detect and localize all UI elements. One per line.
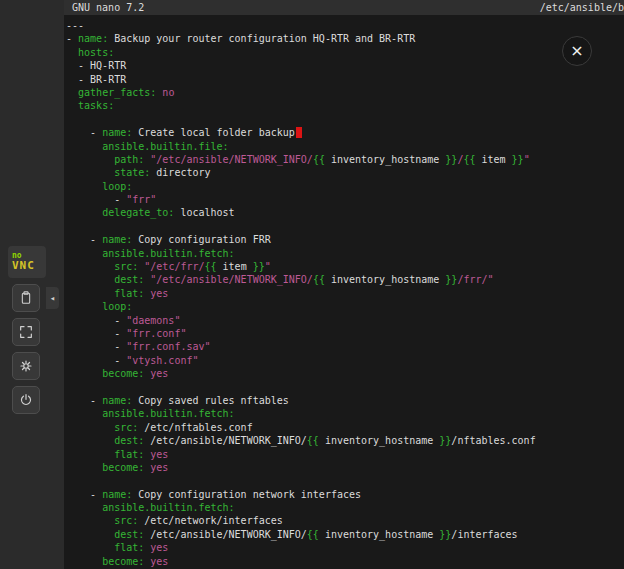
- code-token: ansible.builtin.fetch:: [102, 502, 234, 513]
- code-token: [66, 422, 114, 433]
- code-token: [66, 87, 78, 98]
- clipboard-button[interactable]: [12, 284, 40, 312]
- nano-titlebar: GNU nano 7.2 /etc/ansible/b: [64, 0, 624, 15]
- code-line: hosts:: [66, 46, 624, 59]
- code-line: ansible.builtin.file:: [66, 140, 624, 153]
- code-token: [66, 261, 114, 272]
- code-token: [66, 449, 114, 460]
- code-line: ansible.builtin.fetch:: [66, 247, 624, 260]
- code-token: ": [265, 261, 271, 272]
- code-token: "vtysh.conf": [126, 355, 198, 366]
- code-line: - "vtysh.conf": [66, 354, 624, 367]
- code-token: }}: [253, 261, 265, 272]
- code-token: state:: [114, 167, 150, 178]
- code-token: [66, 154, 114, 165]
- code-line: - name: Copy saved rules nftables: [66, 394, 624, 407]
- code-token: [66, 368, 102, 379]
- code-token: Copy configuration FRR: [132, 234, 270, 245]
- code-token: - BR-RTR: [66, 74, 126, 85]
- code-token: "frr.conf": [126, 328, 186, 339]
- code-token: Create local folder backup: [132, 127, 295, 138]
- code-token: "/etc/ansible/NETWORK_INFO/: [150, 274, 313, 285]
- code-line: ---: [66, 19, 624, 32]
- code-token: [66, 288, 114, 299]
- code-token: "daemons": [126, 315, 180, 326]
- code-line: loop:: [66, 300, 624, 313]
- code-line: src: /etc/nftables.conf: [66, 421, 624, 434]
- code-line: ansible.builtin.fetch:: [66, 407, 624, 420]
- fullscreen-icon: [18, 324, 34, 340]
- settings-button[interactable]: [12, 352, 40, 380]
- code-token: {{: [463, 154, 475, 165]
- code-token: name:: [102, 234, 132, 245]
- code-token: flat:: [114, 542, 144, 553]
- code-token: -: [66, 194, 126, 205]
- code-line: - name: Copy configuration FRR: [66, 233, 624, 246]
- code-line: [66, 381, 624, 394]
- code-token: /etc/ansible/NETWORK_INFO/: [144, 435, 307, 446]
- code-line: flat: yes: [66, 448, 624, 461]
- code-line: loop:: [66, 180, 624, 193]
- code-line: dest: /etc/ansible/NETWORK_INFO/{{ inven…: [66, 434, 624, 447]
- code-token: [66, 301, 102, 312]
- code-token: tasks:: [78, 100, 114, 111]
- code-token: ---: [66, 20, 84, 31]
- code-token: Copy saved rules nftables: [132, 395, 289, 406]
- code-token: {{: [307, 529, 319, 540]
- code-line: delegate_to: localhost: [66, 206, 624, 219]
- code-token: path:: [114, 154, 144, 165]
- code-line: - name: Backup your router configuration…: [66, 32, 624, 45]
- code-token: flat:: [114, 288, 144, 299]
- code-token: -: [66, 33, 78, 44]
- control-bar-collapse-handle[interactable]: ◂: [46, 287, 59, 309]
- code-token: directory: [150, 167, 210, 178]
- code-line: become: yes: [66, 461, 624, 474]
- vnc-control-bar: no VNC ◂: [0, 0, 64, 569]
- gear-icon: [18, 358, 34, 374]
- code-token: no: [162, 87, 174, 98]
- editor-content[interactable]: ---- name: Backup your router configurat…: [64, 15, 624, 568]
- code-line: become: yes: [66, 367, 624, 380]
- code-token: -: [66, 395, 102, 406]
- code-token: }}: [439, 435, 451, 446]
- code-token: "frr": [126, 194, 156, 205]
- text-cursor: [296, 127, 302, 138]
- code-token: -: [66, 355, 126, 366]
- code-token: yes: [150, 368, 168, 379]
- code-token: localhost: [174, 207, 234, 218]
- code-line: - "frr": [66, 193, 624, 206]
- code-token: -: [66, 341, 126, 352]
- code-token: name:: [78, 33, 108, 44]
- code-line: dest: /etc/ansible/NETWORK_INFO/{{ inven…: [66, 528, 624, 541]
- file-path: /etc/ansible/b: [540, 0, 624, 15]
- code-token: [66, 408, 102, 419]
- power-icon: [18, 392, 34, 408]
- code-line: path: "/etc/ansible/NETWORK_INFO/{{ inve…: [66, 153, 624, 166]
- fullscreen-button[interactable]: [12, 318, 40, 346]
- code-line: [66, 220, 624, 233]
- code-token: /etc/network/interfaces: [138, 515, 283, 526]
- disconnect-button[interactable]: [12, 386, 40, 414]
- code-token: {{: [205, 261, 217, 272]
- code-token: {{: [313, 274, 325, 285]
- code-token: [66, 248, 102, 259]
- code-token: }}: [445, 154, 457, 165]
- code-token: inventory_hostname: [319, 529, 439, 540]
- code-token: yes: [150, 556, 168, 567]
- code-token: /interfaces: [451, 529, 517, 540]
- code-line: src: /etc/network/interfaces: [66, 514, 624, 527]
- code-token: [66, 556, 102, 567]
- code-line: [66, 113, 624, 126]
- code-token: hosts:: [78, 47, 114, 58]
- code-token: become:: [102, 556, 144, 567]
- code-token: [66, 181, 102, 192]
- code-line: - "frr.conf.sav": [66, 340, 624, 353]
- code-token: [66, 515, 114, 526]
- code-token: ansible.builtin.file:: [102, 141, 228, 152]
- code-token: "frr.conf.sav": [126, 341, 210, 352]
- novnc-logo-text: VNC: [12, 260, 35, 272]
- close-button[interactable]: ×: [562, 36, 592, 66]
- code-token: /etc/ansible/NETWORK_INFO/: [144, 529, 307, 540]
- code-token: [66, 542, 114, 553]
- code-line: - "daemons": [66, 314, 624, 327]
